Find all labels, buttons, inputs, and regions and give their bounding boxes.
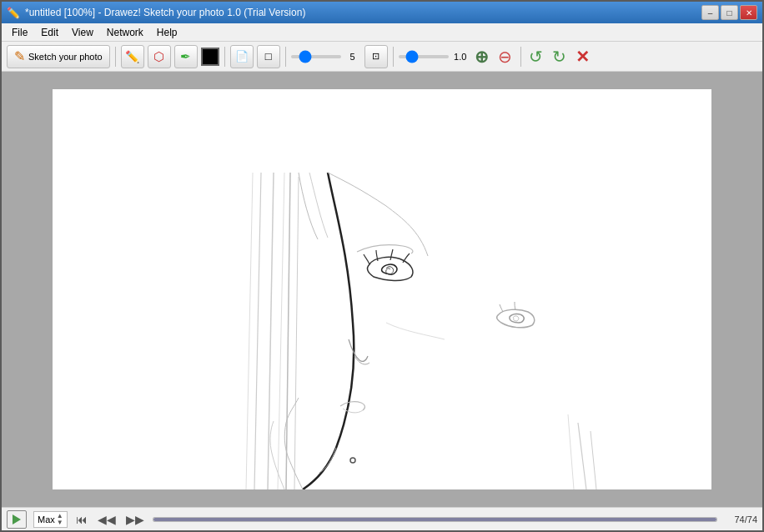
drawing-canvas[interactable] [53,89,711,489]
fit-icon: ⊡ [372,51,379,62]
color-swatch[interactable] [201,48,219,66]
frame-counter: 74/74 [724,514,757,524]
sketch-button-label: Sketch your photo [28,52,103,62]
play-icon [13,514,21,524]
menu-edit[interactable]: Edit [34,25,65,40]
pen-icon: ✒ [180,49,191,64]
separator-5 [520,47,521,67]
sketch-photo-button[interactable]: ✎ Sketch your photo [7,45,110,68]
zoom-out-button[interactable]: ⊖ [495,47,515,67]
eraser-icon: ⬡ [153,49,164,64]
title-controls: – □ ✕ [701,5,757,20]
window-title: *untitled [100%] - Drawez! Sketch your p… [25,7,305,18]
brush-size-slider[interactable] [291,55,341,58]
maximize-button[interactable]: □ [721,5,738,20]
menu-bar: File Edit View Network Help [2,23,762,42]
zoom-slider[interactable] [399,55,449,58]
speed-down-arrow[interactable]: ▼ [57,519,63,526]
title-bar: ✏️ *untitled [100%] - Drawez! Sketch you… [2,2,762,23]
separator-3 [285,47,286,67]
close-button[interactable]: ✕ [740,5,757,20]
page-icon: 📄 [235,50,249,63]
separator-4 [393,47,394,67]
canvas-icon: □ [265,50,272,63]
canvas-area [2,72,762,507]
play-button[interactable] [7,510,27,529]
fit-button[interactable]: ⊡ [364,45,388,68]
sketch-svg [53,89,711,489]
nav-back-button[interactable]: ◀◀ [96,513,118,526]
main-window: ✏️ *untitled [100%] - Drawez! Sketch you… [0,0,764,532]
pen-tool-button[interactable]: ✒ [174,45,198,68]
zoom-container: 1.0 [399,52,469,62]
page-button[interactable]: 📄 [230,45,254,68]
brush-size-value: 5 [344,52,361,62]
blank-canvas-button[interactable]: □ [257,45,280,68]
zoom-value: 1.0 [452,52,469,62]
menu-network[interactable]: Network [100,25,150,40]
progress-bar-container[interactable] [153,517,717,522]
app-icon: ✏️ [7,7,20,19]
nav-start-button[interactable]: ⏮ [74,513,89,526]
pencil-tool-button[interactable]: ✏️ [121,45,144,68]
minimize-button[interactable]: – [701,5,719,20]
speed-control[interactable]: Max ▲ ▼ [33,511,68,528]
pencil-icon: ✏️ [125,50,139,63]
sketch-icon: ✎ [14,48,25,64]
speed-label: Max [38,514,55,524]
zoom-in-button[interactable]: ⊕ [472,47,492,67]
separator-2 [224,47,225,67]
progress-bar-fill [153,518,716,521]
back-button[interactable]: ↺ [526,47,546,67]
eraser-tool-button[interactable]: ⬡ [148,45,171,68]
speed-arrows: ▲ ▼ [57,513,63,526]
nav-forward-button[interactable]: ▶▶ [124,513,146,526]
svg-rect-0 [53,89,711,489]
separator-1 [115,47,116,67]
menu-file[interactable]: File [5,25,34,40]
forward-button[interactable]: ↻ [550,47,570,67]
toolbar: ✎ Sketch your photo ✏️ ⬡ ✒ 📄 □ [2,42,762,72]
menu-view[interactable]: View [65,25,100,40]
stop-button[interactable]: ✕ [573,47,593,67]
brush-size-container: 5 [291,52,361,62]
status-bar: Max ▲ ▼ ⏮ ◀◀ ▶▶ 74/74 [2,507,762,530]
menu-help[interactable]: Help [150,25,184,40]
